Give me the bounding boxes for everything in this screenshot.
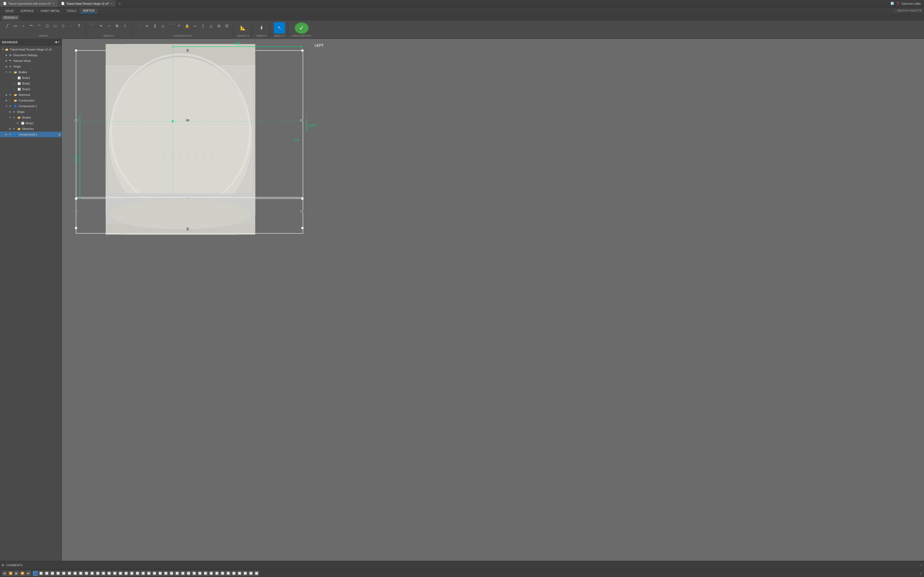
horizontal-tool[interactable]: — (191, 22, 199, 29)
fix-tool[interactable]: 🔒 (183, 22, 191, 29)
tree-bodies[interactable]: ▼ 👁 📂 Bodies (0, 69, 61, 75)
timeline-item-34[interactable]: ⬜ (220, 571, 225, 576)
timeline-item-20[interactable]: ⬜ (141, 571, 146, 576)
tree-comp1-body1[interactable]: 👁 ⬜ Body1 (0, 120, 61, 126)
select-tool[interactable]: ↖ (274, 22, 285, 34)
timeline-next[interactable]: ⏩ (20, 571, 25, 576)
timeline-item-28[interactable]: ⬜ (186, 571, 191, 576)
timeline-item-39[interactable]: ⬜ (248, 571, 254, 576)
tree-comp1-origin[interactable]: ▶ ✛ Origin (0, 109, 61, 114)
parallel-tool[interactable]: ∥ (151, 22, 158, 29)
timeline-item-25[interactable]: ⬜ (169, 571, 174, 576)
timeline-item-4[interactable]: ⬜ (50, 571, 55, 576)
timeline-item-37[interactable]: ⬜ (237, 571, 242, 576)
line-tool[interactable]: ╱ (3, 22, 11, 29)
browser-expand-icon[interactable]: + (58, 40, 60, 44)
timeline-item-17[interactable]: ⬜ (123, 571, 129, 576)
sketch-palette-toggle[interactable]: ⬚ SKETCH PALETTE (894, 9, 922, 12)
perpendicular-tool[interactable]: ⊥ (159, 22, 166, 29)
timeline-item-38[interactable]: ⬜ (242, 571, 248, 576)
timeline-item-16[interactable]: ⬜ (118, 571, 123, 576)
timeline-item-11[interactable]: ⬜ (89, 571, 95, 576)
timeline-end[interactable]: ⏭ (26, 571, 31, 576)
timeline-item-26[interactable]: ⬜ (174, 571, 180, 576)
extend-tool[interactable]: ↔ (105, 22, 113, 29)
tab-tools[interactable]: TOOLS (63, 8, 79, 13)
tree-construction[interactable]: ▶ □ 📂 Construction (0, 98, 61, 103)
new-tab-button[interactable]: + (116, 2, 123, 6)
tree-component1[interactable]: ▼ 👁 🔵 Component1:1 (0, 103, 61, 109)
offset-tool[interactable]: ⧉ (113, 22, 121, 29)
timeline-item-40[interactable]: ⬜ (254, 571, 259, 576)
point-tool[interactable]: · (68, 22, 75, 29)
midpoint-tool[interactable]: △ (207, 22, 215, 29)
coincident-tool[interactable]: ⋅ (135, 22, 142, 29)
comments-add-icon[interactable]: + (921, 564, 922, 567)
timeline-item-2[interactable]: ⬜ (39, 571, 44, 576)
timeline-item-15[interactable]: ⬜ (112, 571, 117, 576)
timeline-item-27[interactable]: ⬜ (180, 571, 185, 576)
tree-origin[interactable]: ▶ ✛ Origin (0, 64, 61, 69)
timeline-item-5[interactable]: ⬜ (55, 571, 61, 576)
viewport[interactable]: 3.90 1.00 (62, 39, 924, 561)
timeline-item-8[interactable]: ⬜ (73, 571, 78, 576)
timeline-item-23[interactable]: ⬜ (158, 571, 163, 576)
collinear-tool[interactable]: ═ (143, 22, 150, 29)
comments-expand-icon[interactable]: ▶ (2, 563, 4, 567)
equal-tool[interactable]: = (175, 22, 183, 29)
timeline-item-30[interactable]: ⬜ (197, 571, 202, 576)
timeline-prev[interactable]: ⏪ (8, 571, 13, 576)
tab-sketch[interactable]: SKETCH (80, 8, 97, 13)
symmetric-tool[interactable]: ⊡ (223, 22, 231, 29)
tab-hyperboloid[interactable]: 📄 Tripod Hyperboloid with screw v3* ✕ (0, 0, 58, 7)
tree-comp1-bodies[interactable]: ▼ 👁 📂 Bodies (0, 114, 61, 120)
spline-tool[interactable]: 〜 (27, 22, 35, 29)
text-tool[interactable]: T (76, 22, 83, 29)
timeline-start[interactable]: ⏮ (2, 571, 7, 576)
timeline-item-13[interactable]: ⬜ (101, 571, 106, 576)
tree-component2[interactable]: ▶ 👁 🔵 Component2:1 ◉ (0, 132, 61, 137)
slot-tool[interactable]: ⬯ (60, 22, 67, 29)
browser-collapse-icon[interactable]: ◀ (55, 40, 57, 44)
tab-hinge[interactable]: 📄 Tripod Head Tension Hinge v2 v4* ✕ (58, 0, 116, 7)
ellipse-tool[interactable]: ⬭ (52, 22, 59, 29)
tree-sketches[interactable]: ▶ 👁 📂 Sketches (0, 92, 61, 98)
tab-surface[interactable]: SURFACE (17, 8, 37, 13)
fillet-tool[interactable]: ⌒ (89, 22, 97, 29)
tab-hinge-close[interactable]: ✕ (111, 2, 113, 5)
timeline-item-12[interactable]: ⬜ (95, 571, 100, 576)
tangent-tool[interactable]: ⌒ (167, 22, 174, 29)
tab-hyperboloid-close[interactable]: ✕ (53, 2, 55, 5)
timeline-item-14[interactable]: ⬜ (107, 571, 111, 576)
insert-tool[interactable]: ⬇ (256, 22, 267, 34)
timeline-item-21[interactable]: ⬜ (146, 571, 151, 576)
timeline-item-29[interactable]: ⬜ (192, 571, 197, 576)
trim-tool[interactable]: ✂ (97, 22, 105, 29)
design-dropdown[interactable]: DESIGN ▾ (2, 15, 19, 20)
break-tool[interactable]: ⌇ (121, 22, 129, 29)
timeline-item-19[interactable]: ⬜ (135, 571, 140, 576)
tree-body3[interactable]: □ ⬜ Body3 (0, 86, 61, 92)
timeline-item-24[interactable]: ⬜ (163, 571, 168, 576)
timeline-item-33[interactable]: ⬜ (214, 571, 220, 576)
polygon-tool[interactable]: ⬡ (44, 22, 51, 29)
finish-sketch-button[interactable]: ✓ (294, 22, 309, 34)
timeline-item-7[interactable]: ⬜ (67, 571, 72, 576)
timeline-item-6[interactable]: ⬜ (61, 571, 66, 576)
vertical-tool[interactable]: | (199, 22, 207, 29)
timeline-item-18[interactable]: ⬜ (129, 571, 134, 576)
timeline-item-32[interactable]: ⬜ (208, 571, 214, 576)
tab-solid[interactable]: SOLID (2, 8, 17, 13)
timeline-play[interactable]: ▶ (14, 571, 19, 576)
timeline-item-9[interactable]: ⬜ (78, 571, 83, 576)
arc-tool[interactable]: ◠ (36, 22, 43, 29)
tree-root[interactable]: ▼ 📁 Tripod Head Tension Hinge v2 v4 (0, 47, 61, 52)
tree-named-views[interactable]: ▶ 📷 Named Views (0, 58, 61, 64)
tab-sheet-metal[interactable]: SHEET METAL (37, 8, 63, 13)
rect-tool[interactable]: ▭ (11, 22, 19, 29)
concentric-tool[interactable]: ◎ (215, 22, 223, 29)
timeline-item-3[interactable]: ⬜ (44, 571, 49, 576)
timeline-item-35[interactable]: ⬜ (226, 571, 231, 576)
timeline-item-31[interactable]: ⬜ (203, 571, 208, 576)
timeline-item-36[interactable]: ⬜ (231, 571, 236, 576)
